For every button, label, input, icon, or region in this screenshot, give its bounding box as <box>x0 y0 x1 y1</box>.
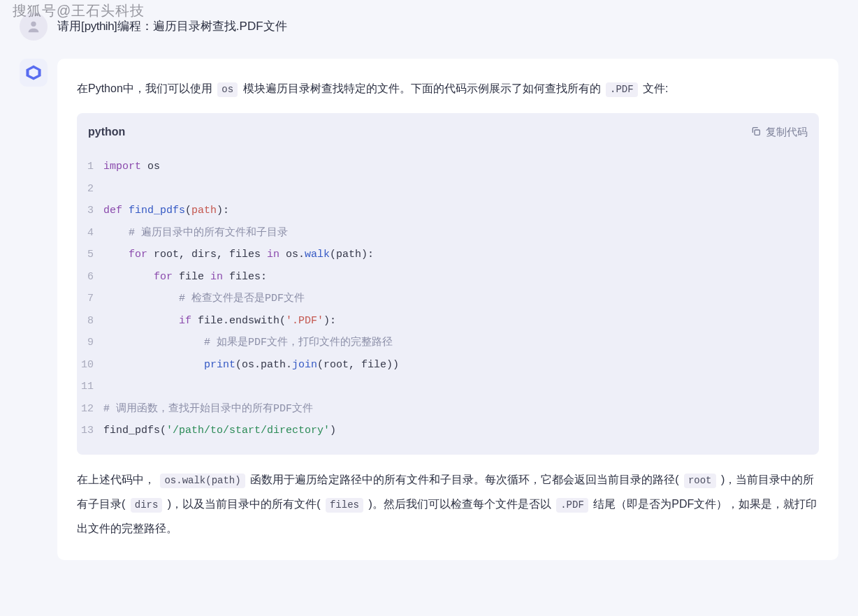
line-number: 5 <box>77 244 103 266</box>
assistant-avatar <box>20 59 48 87</box>
line-number: 11 <box>77 376 103 398</box>
assistant-message-row: 在Python中，我们可以使用 os 模块遍历目录树查找特定的文件。下面的代码示… <box>20 59 838 560</box>
code-line: 6 for file in files: <box>77 266 819 288</box>
intro-text-2: 模块遍历目录树查找特定的文件。下面的代码示例展示了如何查找所有的 <box>243 82 601 94</box>
code-line: 11 <box>77 376 819 398</box>
explain-paragraph: 在上述代码中， os.walk(path) 函数用于遍历给定路径中的所有文件和子… <box>77 467 819 541</box>
explain-text: 函数用于遍历给定路径中的所有文件和子目录。每次循环，它都会返回当前目录的路径( <box>250 474 678 485</box>
inline-code-pdf: .PDF <box>606 82 638 97</box>
explain-text: )，以及当前目录中的所有文件( <box>168 498 321 510</box>
person-icon <box>26 19 41 34</box>
svg-point-0 <box>31 22 36 27</box>
intro-paragraph: 在Python中，我们可以使用 os 模块遍历目录树查找特定的文件。下面的代码示… <box>77 77 819 101</box>
line-number: 3 <box>77 200 103 222</box>
inline-code-oswalk: os.walk(path) <box>160 474 245 488</box>
assistant-message: 在Python中，我们可以使用 os 模块遍历目录树查找特定的文件。下面的代码示… <box>57 59 838 560</box>
line-number: 7 <box>77 288 103 310</box>
code-line: 12# 调用函数，查找开始目录中的所有PDF文件 <box>77 398 819 420</box>
intro-text-1: 在Python中，我们可以使用 <box>77 82 212 94</box>
inline-code-root: root <box>684 474 716 488</box>
line-number: 1 <box>77 156 103 178</box>
code-line: 3def find_pdfs(path): <box>77 200 819 222</box>
copy-icon <box>750 126 762 137</box>
inline-code-files: files <box>326 498 363 513</box>
code-line: 7 # 检查文件是否是PDF文件 <box>77 288 819 310</box>
code-line: 4 # 遍历目录中的所有文件和子目录 <box>77 222 819 244</box>
copy-code-label: 复制代码 <box>766 121 808 143</box>
explain-text: 在上述代码中， <box>77 474 155 485</box>
inline-code-dirs: dirs <box>131 498 163 513</box>
code-line: 8 if file.endswith('.PDF'): <box>77 310 819 332</box>
code-line: 1import os <box>77 156 819 178</box>
explain-text: )。然后我们可以检查每个文件是否以 <box>368 498 551 510</box>
code-line: 2 <box>77 178 819 200</box>
user-text-typo: pythih <box>85 20 114 33</box>
code-line: 13find_pdfs('/path/to/start/directory') <box>77 420 819 442</box>
watermark: 搜狐号@王石头科技 <box>13 1 145 20</box>
user-text-suffix: ]编程：遍历目录树查找.PDF文件 <box>114 20 286 33</box>
line-number: 9 <box>77 332 103 354</box>
code-line: 5 for root, dirs, files in os.walk(path)… <box>77 244 819 266</box>
user-text-prefix: 请用[ <box>57 20 85 33</box>
inline-code-pdf2: .PDF <box>556 498 588 513</box>
hexagon-icon <box>24 64 43 82</box>
code-line: 9 # 如果是PDF文件，打印文件的完整路径 <box>77 332 819 354</box>
code-body[interactable]: 1import os 2 3def find_pdfs(path): 4 # 遍… <box>77 150 819 455</box>
line-number: 8 <box>77 310 103 332</box>
intro-text-3: 文件: <box>643 82 668 94</box>
copy-code-button[interactable]: 复制代码 <box>750 121 808 143</box>
code-language-label: python <box>88 120 125 144</box>
line-number: 2 <box>77 178 103 200</box>
svg-rect-3 <box>755 130 759 135</box>
code-line: 10 print(os.path.join(root, file)) <box>77 354 819 376</box>
code-header: python 复制代码 <box>77 113 819 151</box>
line-number: 12 <box>77 398 103 420</box>
line-number: 13 <box>77 420 103 442</box>
line-number: 6 <box>77 266 103 288</box>
code-block: python 复制代码 1import os 2 3def find_pdfs(… <box>77 113 819 455</box>
line-number: 4 <box>77 222 103 244</box>
line-number: 10 <box>77 354 103 376</box>
page: 搜狐号@王石头科技 请用[pythih]编程：遍历目录树查找.PDF文件 在Py… <box>0 0 858 616</box>
inline-code-os: os <box>217 82 238 97</box>
